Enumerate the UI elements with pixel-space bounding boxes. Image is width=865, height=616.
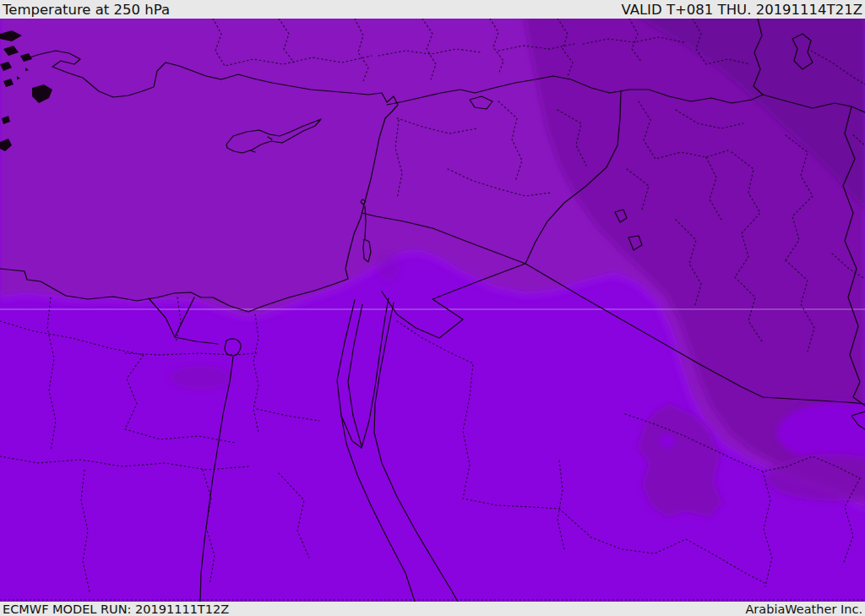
- temp-patch-cairo: [170, 366, 231, 390]
- temp-patch-bright-dot: [660, 434, 675, 448]
- valid-time-text: VALID T+081 THU. 20191114T21Z: [621, 2, 862, 18]
- footer-bar: ECMWF MODEL RUN: 20191111T12Z ArabiaWeat…: [0, 602, 865, 616]
- weather-map-screen: Temperature at 250 hPa VALID T+081 THU. …: [0, 0, 865, 616]
- temp-patch-jordan: [378, 253, 400, 281]
- attribution-text: ArabiaWeather Inc.: [745, 602, 862, 616]
- map-canvas: [0, 0, 865, 616]
- model-run-text: ECMWF MODEL RUN: 20191111T12Z: [3, 602, 229, 616]
- header-bar: Temperature at 250 hPa VALID T+081 THU. …: [0, 0, 865, 19]
- page-title: Temperature at 250 hPa: [3, 2, 170, 18]
